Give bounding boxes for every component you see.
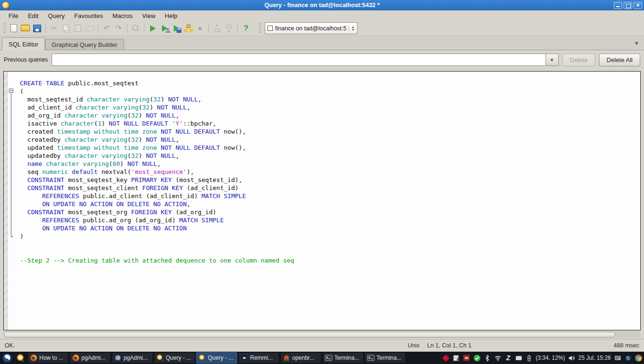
code-line-8[interactable]: createdby character varying(32) NOT NULL… bbox=[20, 136, 640, 144]
rollback-transaction-icon bbox=[223, 23, 235, 34]
taskbar-window-8[interactable]: Termina... bbox=[322, 352, 364, 364]
code-line-4[interactable]: ad_client_id character varying(32) NOT N… bbox=[20, 103, 640, 111]
menu-view[interactable]: View bbox=[137, 11, 160, 20]
taskbar-window-2[interactable]: pgAdmi... bbox=[70, 352, 111, 364]
code-line-1[interactable]: CREATE TABLE public.most_seqtest bbox=[20, 79, 640, 87]
execute-query-icon[interactable] bbox=[147, 23, 159, 34]
taskbar-window-7[interactable]: openbr... bbox=[280, 352, 322, 364]
code-line-7[interactable]: created timestamp without time zone NOT … bbox=[20, 127, 640, 136]
execute-to-file-icon[interactable] bbox=[170, 23, 182, 34]
code-line-19[interactable]: ON UPDATE NO ACTION ON DELETE NO ACTION bbox=[20, 224, 640, 232]
display-tray-icon[interactable] bbox=[614, 354, 621, 362]
paste-icon bbox=[72, 23, 84, 34]
app: { "window": { "title": "Query - finance … bbox=[0, 0, 644, 364]
code-line-16[interactable]: ON UPDATE NO ACTION ON DELETE NO ACTION, bbox=[20, 200, 640, 208]
clock[interactable]: 25 Jul, 15:26 bbox=[578, 355, 611, 361]
pgadmin-tray-icon[interactable] bbox=[624, 354, 632, 362]
help-icon[interactable]: ? bbox=[240, 23, 252, 34]
code-line-21[interactable] bbox=[20, 240, 640, 248]
updates-ok-tray-icon[interactable] bbox=[473, 354, 481, 362]
menu-file[interactable]: File bbox=[4, 11, 23, 20]
save-icon[interactable] bbox=[31, 23, 43, 34]
code-line-22[interactable] bbox=[20, 248, 640, 256]
diamond-tray-icon[interactable] bbox=[442, 354, 449, 362]
code-line-5[interactable]: ad_org_id character varying(32) NOT NULL… bbox=[20, 111, 640, 119]
execute-pgscript-icon[interactable] bbox=[159, 23, 170, 34]
notes-tray-icon[interactable] bbox=[452, 354, 460, 362]
taskbar-window-4[interactable]: Query - ... bbox=[154, 352, 195, 364]
menu-help[interactable]: Help bbox=[160, 11, 182, 20]
code-line-10[interactable]: updatedby character varying(32) NOT NULL… bbox=[20, 152, 640, 160]
restore-button[interactable] bbox=[624, 2, 632, 9]
tab-graphical-query-builder[interactable]: Graphical Query Builder bbox=[45, 39, 124, 50]
previous-queries-combo[interactable] bbox=[52, 54, 546, 66]
bluetooth-icon[interactable] bbox=[483, 354, 491, 362]
code-line-17[interactable]: CONSTRAINT most_seqtest_org FOREIGN KEY … bbox=[20, 208, 640, 216]
code-line-13[interactable]: CONSTRAINT most_seqtest_key PRIMARY KEY … bbox=[20, 176, 640, 184]
volume-icon[interactable] bbox=[568, 354, 575, 362]
minimize-button[interactable] bbox=[614, 2, 622, 9]
tab-list-dropdown-icon[interactable]: ▼ bbox=[634, 40, 639, 46]
tabstrip: SQL Editor Graphical Query Builder ▼ bbox=[0, 36, 644, 50]
taskbar-window-label: Query - ... bbox=[166, 355, 191, 361]
system-tray: m Z (3:34, 12%) 25 Jul, 15:26 bbox=[442, 354, 643, 362]
tab-sql-editor[interactable]: SQL Editor bbox=[2, 37, 45, 50]
explain-query-icon[interactable] bbox=[182, 23, 194, 34]
menu-favourites[interactable]: Favourites bbox=[70, 11, 108, 20]
z-app-tray-icon[interactable]: Z bbox=[504, 354, 512, 362]
fold-line-foot bbox=[11, 237, 13, 237]
connection-spinner[interactable]: ▲▼ bbox=[349, 26, 355, 31]
code-line-11[interactable]: name character varying(60) NOT NULL, bbox=[20, 160, 640, 168]
whisker-menu-button[interactable] bbox=[1, 352, 13, 364]
horizontal-scrollbar-thumb[interactable] bbox=[4, 332, 616, 337]
chrome-tray-icon[interactable] bbox=[635, 354, 642, 362]
mail-icon[interactable] bbox=[515, 354, 522, 362]
code-line-12[interactable]: seq numeric default nextval('most_sequen… bbox=[20, 168, 640, 176]
connection-combo[interactable]: finance on tad@localhost:5432 ▲▼ bbox=[265, 22, 358, 34]
delete-button[interactable]: Delete bbox=[563, 54, 596, 66]
battery-icon[interactable] bbox=[525, 354, 533, 362]
fold-gutter bbox=[8, 72, 16, 330]
menu-edit[interactable]: Edit bbox=[23, 11, 43, 20]
code-line-15[interactable]: REFERENCES public.ad_client (ad_client_i… bbox=[20, 192, 640, 200]
delete-all-button[interactable]: Delete All bbox=[599, 54, 640, 66]
sql-code[interactable]: CREATE TABLE public.most_seqtest( most_s… bbox=[16, 72, 640, 330]
taskbar-window-9[interactable]: Termina... bbox=[365, 352, 406, 364]
toolbar: ✂↶↷■? finance on tad@localhost:5432 ▲▼ bbox=[0, 21, 644, 36]
sql-editor[interactable]: CREATE TABLE public.most_seqtest( most_s… bbox=[3, 71, 641, 330]
code-line-9[interactable]: updated timestamp without time zone NOT … bbox=[20, 144, 640, 152]
pgadmin-launcher-button[interactable] bbox=[14, 352, 27, 364]
pgadmin-query-icon bbox=[198, 354, 206, 362]
taskbar-window-1[interactable]: How to ... bbox=[27, 352, 69, 364]
toolbar-grip[interactable] bbox=[3, 23, 6, 34]
code-line-2[interactable]: ( bbox=[20, 87, 640, 95]
terminal-icon bbox=[367, 354, 375, 362]
taskbar-window-3[interactable]: pgAdmi... bbox=[112, 352, 153, 364]
remmina-icon bbox=[241, 354, 248, 362]
code-line-14[interactable]: CONSTRAINT most_seqtest_client FOREIGN K… bbox=[20, 184, 640, 192]
previous-queries-dropdown-icon[interactable]: ▼ bbox=[546, 54, 559, 66]
previous-queries-row: Previous queries ▼ Delete Delete All bbox=[0, 50, 644, 69]
taskbar-window-6[interactable]: Remmi... bbox=[238, 352, 279, 364]
window-title: Query - finance on tad@localhost:5432 * bbox=[0, 2, 644, 9]
code-line-20[interactable]: ) bbox=[20, 232, 640, 240]
menu-query[interactable]: Query bbox=[43, 11, 69, 20]
close-button[interactable] bbox=[634, 2, 642, 9]
open-file-icon[interactable] bbox=[19, 23, 31, 34]
titlebar: Query - finance on tad@localhost:5432 * bbox=[0, 0, 644, 10]
code-line-23[interactable]: --Step 2 --> Creating table with attache… bbox=[20, 256, 640, 264]
pgadmin-query-icon bbox=[156, 354, 164, 362]
wifi-icon[interactable] bbox=[494, 354, 501, 362]
connection-grip[interactable] bbox=[259, 23, 261, 34]
horizontal-scrollbar[interactable] bbox=[3, 331, 641, 338]
menu-macros[interactable]: Macros bbox=[107, 11, 137, 20]
code-line-6[interactable]: isactive character(1) NOT NULL DEFAULT '… bbox=[20, 119, 640, 127]
im-tray-icon[interactable]: m bbox=[463, 354, 470, 362]
new-file-icon[interactable] bbox=[8, 23, 19, 34]
code-line-3[interactable]: most_seqtest_id character varying(32) NO… bbox=[20, 95, 640, 103]
taskbar-window-label: pgAdmi... bbox=[81, 355, 106, 361]
taskbar-window-5[interactable]: Query - ... bbox=[196, 352, 237, 364]
connection-value: finance on tad@localhost:5432 bbox=[275, 25, 346, 32]
fold-marker[interactable] bbox=[9, 89, 13, 93]
code-line-18[interactable]: REFERENCES public.ad_org (ad_org_id) MAT… bbox=[20, 216, 640, 224]
